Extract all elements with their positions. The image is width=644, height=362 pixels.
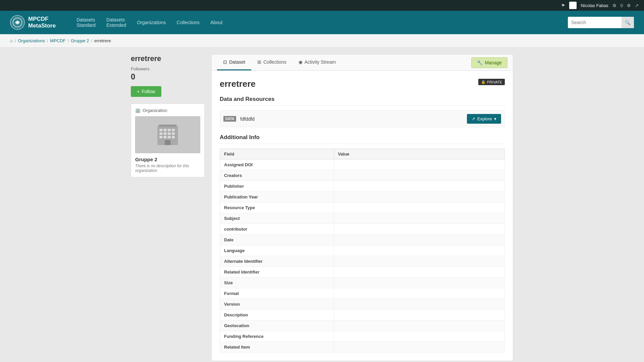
field-cell: Assigned DOI xyxy=(220,160,334,170)
value-cell xyxy=(334,256,504,267)
data-resources-heading: Data and Resources xyxy=(220,96,505,106)
table-row: Size xyxy=(220,278,505,288)
brand-name: MPCDFMetaStore xyxy=(28,16,56,29)
value-column-header: Value xyxy=(334,149,504,160)
brand-logo[interactable]: MPCDFMetaStore xyxy=(10,15,56,30)
svg-rect-12 xyxy=(160,136,163,138)
value-cell xyxy=(334,310,504,320)
value-cell xyxy=(334,288,504,299)
svg-point-1 xyxy=(16,21,18,23)
topbar-notification-count[interactable]: 0 xyxy=(621,3,623,8)
table-row: Funding Reference xyxy=(220,331,505,342)
breadcrumb-gruppe2[interactable]: Gruppe 2 xyxy=(71,38,89,43)
followers-label: Followers xyxy=(131,66,205,71)
value-cell xyxy=(334,213,504,224)
breadcrumb-mpcdf[interactable]: MPCDF xyxy=(50,38,65,43)
table-row: Geolocation xyxy=(220,320,505,331)
sidebar-title: erretrere xyxy=(131,54,205,63)
org-section-title: 🏢 Organization xyxy=(135,108,200,113)
nav-datasets-extended[interactable]: DatasetsExtended xyxy=(102,14,130,31)
building-icon: 🏢 xyxy=(135,108,141,113)
svg-rect-7 xyxy=(172,129,175,131)
follow-label: Follow xyxy=(142,89,155,94)
value-cell xyxy=(334,299,504,310)
org-building-svg xyxy=(156,123,179,146)
svg-rect-6 xyxy=(168,129,171,131)
nav-datasets-standard[interactable]: DatasetsStandard xyxy=(72,14,100,31)
dataset-content: erretrere 🔒 PRIVATE Data and Resources D… xyxy=(212,71,513,361)
svg-rect-16 xyxy=(165,140,171,145)
svg-rect-10 xyxy=(168,132,171,135)
value-cell xyxy=(334,170,504,181)
main-content: erretrere Followers 0 + Follow 🏢 Organiz… xyxy=(121,48,523,362)
follow-plus-icon: + xyxy=(137,89,140,94)
tab-dataset[interactable]: ⊡ Dataset xyxy=(217,55,251,70)
topbar-flag[interactable]: ⚑ xyxy=(561,3,565,8)
breadcrumb-home[interactable]: ⌂ xyxy=(10,38,13,43)
activity-icon: ◉ xyxy=(299,59,303,65)
followers-count: 0 xyxy=(131,72,205,81)
table-row: Subject xyxy=(220,213,505,224)
svg-rect-15 xyxy=(172,136,175,138)
field-cell: Geolocation xyxy=(220,320,334,331)
breadcrumb-organizations[interactable]: Organizations xyxy=(18,38,45,43)
field-column-header: Field xyxy=(220,149,334,160)
breadcrumb-current: erretrere xyxy=(94,38,111,43)
follow-button[interactable]: + Follow xyxy=(131,86,161,97)
field-cell: Related Item xyxy=(220,342,334,353)
value-cell xyxy=(334,235,504,245)
field-cell: Size xyxy=(220,278,334,288)
explore-caret-icon: ▾ xyxy=(494,116,496,121)
field-cell: Subject xyxy=(220,213,334,224)
field-cell: Related Identifier xyxy=(220,267,334,278)
tab-activity-stream[interactable]: ◉ Activity Stream xyxy=(292,55,342,70)
manage-button[interactable]: 🔧 Manage xyxy=(471,57,507,68)
top-bar: ⚑ Nicolas Fabas ⚙ 0 ⚙ ↗ xyxy=(0,0,644,11)
svg-rect-13 xyxy=(164,136,167,138)
topbar-settings-icon[interactable]: ⚙ xyxy=(627,3,631,8)
svg-rect-9 xyxy=(164,132,167,135)
svg-rect-4 xyxy=(160,129,163,131)
topbar-username: Nicolas Fabas xyxy=(581,3,608,8)
field-cell: Language xyxy=(220,245,334,256)
resource-name: fdfddfd xyxy=(240,116,463,122)
topbar-arrow-icon[interactable]: ↗ xyxy=(635,3,639,8)
additional-info-table: Field Value Assigned DOICreatorsPublishe… xyxy=(220,148,505,353)
search-box: 🔍 xyxy=(568,17,634,28)
dataset-title-row: erretrere 🔒 PRIVATE xyxy=(220,79,505,89)
search-button[interactable]: 🔍 xyxy=(622,17,634,28)
svg-rect-8 xyxy=(160,132,163,135)
table-row: Resource Type xyxy=(220,202,505,213)
organization-section: 🏢 Organization xyxy=(131,104,205,177)
value-cell xyxy=(334,342,504,353)
explore-arrow-icon: ↗ xyxy=(472,116,475,121)
nav-organizations[interactable]: Organizations xyxy=(133,17,170,28)
field-cell: Publisher xyxy=(220,181,334,192)
nav-links: DatasetsStandard DatasetsExtended Organi… xyxy=(72,14,558,31)
value-cell xyxy=(334,202,504,213)
collections-icon: ⊞ xyxy=(257,59,261,65)
content-panel: ⊡ Dataset ⊞ Collections ◉ Activity Strea… xyxy=(211,54,513,361)
search-input[interactable] xyxy=(568,20,622,25)
field-cell: Funding Reference xyxy=(220,331,334,342)
field-cell: contributor xyxy=(220,224,334,235)
tab-collections[interactable]: ⊞ Collections xyxy=(251,55,292,70)
field-cell: Creators xyxy=(220,170,334,181)
table-row: Creators xyxy=(220,170,505,181)
navbar: MPCDFMetaStore DatasetsStandard Datasets… xyxy=(0,11,644,34)
breadcrumb: ⌂ / Organizations / MPCDF / Gruppe 2 / e… xyxy=(0,34,644,48)
svg-rect-3 xyxy=(159,124,177,127)
value-cell xyxy=(334,160,504,170)
nav-collections[interactable]: Collections xyxy=(173,17,204,28)
explore-button[interactable]: ↗ Explore ▾ xyxy=(467,114,501,124)
additional-info-heading: Additional Info xyxy=(220,134,505,144)
topbar-gear-icon[interactable]: ⚙ xyxy=(612,3,616,8)
field-cell: Format xyxy=(220,288,334,299)
topbar-avatar xyxy=(569,2,577,9)
value-cell xyxy=(334,331,504,342)
nav-about[interactable]: About xyxy=(206,17,227,28)
logo-circle xyxy=(10,15,25,30)
value-cell xyxy=(334,224,504,235)
value-cell xyxy=(334,320,504,331)
table-row: Publication Year xyxy=(220,192,505,202)
